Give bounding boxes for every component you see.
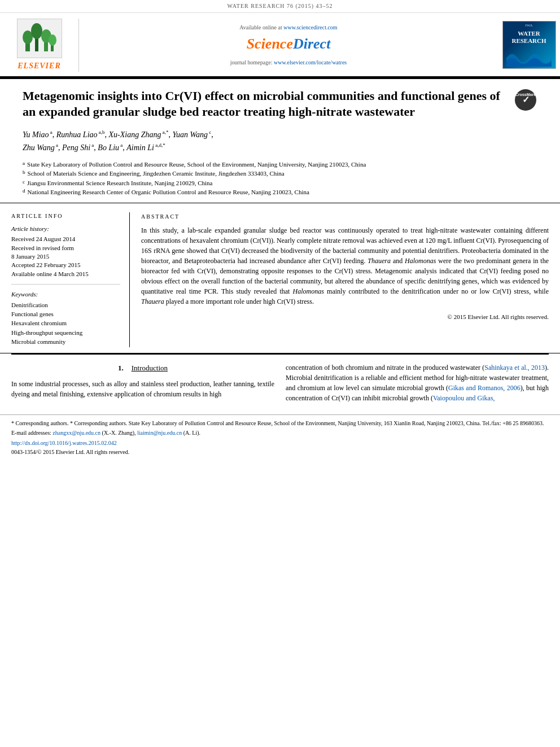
article-history-label: Article history: [11,225,120,233]
keywords-section: Keywords: Denitrification Functional gen… [11,290,120,346]
ref-vaiopoulou[interactable]: Vaiopoulou and Gikas, [433,394,495,402]
info-divider [11,284,120,285]
sciencedirect-logo: ScienceDirect [247,34,331,54]
received-date: Received 24 August 2014 [11,235,120,243]
affil-text-d: National Engineering Research Center of … [28,187,309,197]
cover-iwa-label: IWA [525,23,532,29]
intro-left-paragraph: In some industrial processes, such as al… [11,379,274,399]
keywords-label: Keywords: [11,290,120,299]
affil-letter-b: b [23,169,25,178]
thauera-italic: Thauera [368,257,391,265]
corresponding-authors-note: * Corresponding authors. * Corresponding… [11,420,549,427]
affil-letter-c: c [23,178,25,188]
intro-right-paragraph: concentration of both chromium and nitra… [286,362,549,403]
elsevier-emblem [17,19,62,58]
halomonas-italic: Halomonas [405,257,436,265]
doi-line: http://dx.doi.org/10.1016/j.watres.2015.… [11,439,549,447]
crossmark-svg: ✓ CrossMark [515,90,536,110]
journal-bar: WATER RESEARCH 76 (2015) 43–52 [0,0,560,13]
introduction-section: 1. Introduction In some industrial proce… [0,355,560,412]
journal-citation: WATER RESEARCH 76 (2015) 43–52 [227,3,333,9]
author-bo-liu: Bo Liu [98,143,119,151]
svg-point-7 [49,34,56,46]
affil-text-c: Jiangsu Environmental Science Research I… [27,178,212,188]
corresponding-affil: * Corresponding authors. State Key Labor… [70,420,544,426]
abstract-label: ABSTRACT [141,212,549,221]
article-info-abstract-area: ARTICLE INFO Article history: Received 2… [0,203,560,353]
cover-wave-graphic [506,47,552,67]
keyword-3: Hexavalent chromium [11,319,120,327]
article-title: Metagenomic insights into Cr(VI) effect … [23,88,537,120]
accepted-date: Accepted 22 February 2015 [11,261,120,269]
ref-sahinkaya[interactable]: Sahinkaya et al., 2013 [484,364,545,372]
author-xu-xiang-zhang: Xu-Xiang Zhang [109,130,161,138]
email1-note: (X.-X. Zhang), [102,430,136,436]
available-online-text: Available online at www.sciencedirect.co… [239,24,337,32]
intro-left-column: 1. Introduction In some industrial proce… [11,362,274,407]
keyword-2: Functional genes [11,310,120,318]
elsevier-brand-name: ELSEVIER [18,60,60,72]
corresponding-star: * Corresponding authors. [11,420,70,426]
email-label: E-mail addresses: [11,430,51,436]
article-history: Article history: Received 24 August 2014… [11,225,120,278]
revised-date: 8 January 2015 [11,252,120,261]
email2-note: (A. Li). [183,430,200,436]
svg-point-3 [31,23,42,39]
crossmark-badge: ✓ CrossMark [515,89,537,112]
elsevier-tree-icon [23,23,56,54]
thauera-italic-2: Thauera [141,298,164,305]
keyword-5: Microbial community [11,338,120,346]
header-area: ELSEVIER Available online at www.science… [0,13,560,77]
science-text: Science [247,36,293,52]
abstract-text: In this study, a lab-scale expanded gran… [141,225,549,307]
affiliation-d: d National Engineering Research Center o… [23,187,537,197]
author-runhua-liao: Runhua Liao [56,130,98,138]
footer-area: * Corresponding authors. * Corresponding… [0,414,560,461]
issn-line: 0043-1354/© 2015 Elsevier Ltd. All right… [11,448,549,456]
halomonas-italic-2: Halomonas [293,287,324,295]
water-research-cover-image: IWA WATER RESEARCH [502,21,556,69]
keyword-1: Denitrification [11,301,120,309]
copyright-text: © 2015 Elsevier Ltd. All rights reserved… [141,312,549,322]
svg-text:CrossMark: CrossMark [515,93,536,97]
authors-list: Yu Miao a, Runhua Liao a,b, Xu-Xiang Zha… [23,128,537,154]
sciencedirect-url-link[interactable]: www.sciencedirect.com [283,24,337,30]
journal-homepage: journal homepage: www.elsevier.com/locat… [230,59,347,67]
author-peng-shi: Peng Shi [62,143,90,151]
author-yuan-wang: Yuan Wang [173,130,208,138]
email-line: E-mail addresses: zhangxx@nju.edu.cn (X.… [11,429,549,437]
ref-gikas[interactable]: Gikas and Romanos, 2006 [448,384,520,392]
affiliation-c: c Jiangsu Environmental Science Research… [23,178,537,188]
email1-link[interactable]: zhangxx@nju.edu.cn [53,430,100,436]
affiliations-list: a State Key Laboratory of Pollution Cont… [23,160,537,197]
article-info-column: ARTICLE INFO Article history: Received 2… [11,212,130,347]
journal-homepage-link[interactable]: www.elsevier.com/locate/watres [274,59,347,65]
crossmark-icon: ✓ CrossMark [515,89,536,111]
author-aimin-li: Aimin Li [126,143,154,151]
direct-text: Direct [293,36,330,52]
affiliation-b: b School of Materials Science and Engine… [23,169,537,178]
intro-right-column: concentration of both chromium and nitra… [286,362,549,407]
elsevier-logo-section: ELSEVIER [0,19,79,72]
affil-text-b: School of Materials Science and Engineer… [28,169,285,178]
author-zhu-wang: Zhu Wang [23,143,55,151]
email2-link[interactable]: liaimin@nju.edu.cn [137,430,182,436]
revised-label: Received in revised form [11,244,120,252]
available-online-date: Available online 4 March 2015 [11,270,120,278]
cover-journal-title: WATER RESEARCH [503,30,555,45]
abstract-column: ABSTRACT In this study, a lab-scale expa… [141,212,549,347]
affil-letter-d: d [23,187,25,197]
doi-link[interactable]: http://dx.doi.org/10.1016/j.watres.2015.… [11,440,117,446]
article-info-label: ARTICLE INFO [11,212,120,220]
affil-letter-a: a [23,160,25,169]
author-yu-miao: Yu Miao [23,130,49,138]
title-section: ✓ CrossMark Metagenomic insights into Cr… [0,79,560,203]
intro-heading: 1. Introduction [11,362,274,374]
water-research-cover-section: IWA WATER RESEARCH [498,19,560,72]
affil-text-a: State Key Laboratory of Pollution Contro… [27,160,366,169]
intro-section-title: Introduction [132,364,168,372]
keyword-4: High-throughput sequencing [11,329,120,337]
header-center: Available online at www.sciencedirect.co… [79,19,498,72]
affiliation-a: a State Key Laboratory of Pollution Cont… [23,160,537,169]
intro-section-number: 1. [118,364,124,372]
